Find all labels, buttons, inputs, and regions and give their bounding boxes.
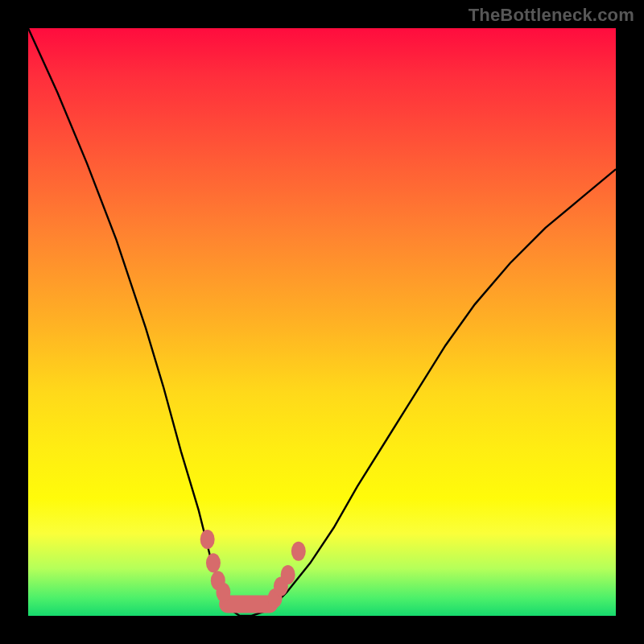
chart-svg xyxy=(28,28,616,616)
data-point xyxy=(216,583,230,602)
bottleneck-curve xyxy=(28,28,616,616)
plot-area xyxy=(28,28,616,616)
data-point xyxy=(206,553,221,572)
watermark-text: TheBottleneck.com xyxy=(469,5,634,26)
chart-frame: TheBottleneck.com xyxy=(0,0,644,644)
data-point xyxy=(291,542,306,561)
data-point xyxy=(281,565,295,584)
data-point xyxy=(200,530,215,549)
